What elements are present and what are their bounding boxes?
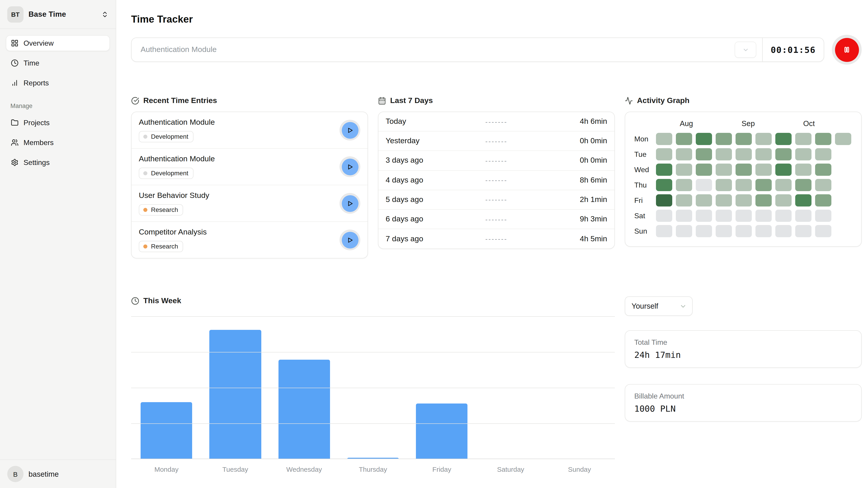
- sidebar-item-overview[interactable]: Overview: [6, 35, 110, 51]
- heatmap-cells: [656, 194, 831, 206]
- folder-icon: [11, 119, 19, 127]
- heatmap-cell: [656, 148, 672, 160]
- sidebar-item-label: Overview: [24, 39, 54, 47]
- total-time-card: Total Time 24h 17min: [625, 330, 862, 368]
- day-summary-row: Today-------4h 6min: [378, 112, 614, 131]
- heatmap-cell: [736, 225, 752, 237]
- last-7-days-section: Last 7 Days Today-------4h 6minYesterday…: [378, 96, 615, 258]
- play-icon: [346, 126, 354, 134]
- calendar-icon: [378, 97, 386, 105]
- play-icon: [346, 236, 354, 244]
- heatmap-cell: [656, 164, 672, 176]
- time-entry-row: Competitor AnalysisResearch: [131, 222, 368, 258]
- sidebar-item-label: Reports: [24, 79, 49, 87]
- heatmap-cell: [656, 210, 672, 222]
- sidebar-item-members[interactable]: Members: [6, 135, 110, 151]
- heatmap-cell: [696, 164, 712, 176]
- heatmap-cell: [656, 133, 672, 145]
- heatmap-row: Sat: [634, 210, 852, 222]
- project-badge-label: Development: [151, 133, 188, 140]
- x-axis-label: Thursday: [339, 465, 408, 473]
- day-duration: 0h 0min: [533, 156, 607, 165]
- heatmap-cells: [656, 133, 851, 145]
- heatmap-month-labels: AugSepOct: [656, 119, 852, 129]
- page-title: Time Tracker: [131, 13, 862, 25]
- gear-icon: [11, 159, 19, 166]
- weekly-bar-chart: [131, 316, 615, 459]
- heatmap-cell: [755, 210, 772, 222]
- heatmap-cell: [656, 179, 672, 191]
- play-button[interactable]: [340, 156, 360, 177]
- play-button[interactable]: [340, 193, 360, 214]
- play-button-circle: [342, 158, 358, 175]
- heatmap-cell: [835, 133, 851, 145]
- play-icon: [346, 199, 354, 207]
- heatmap-cell: [676, 194, 692, 206]
- day-label: 5 days ago: [385, 195, 460, 204]
- billable-amount-value: 1000 PLN: [634, 403, 852, 414]
- task-dropdown-button[interactable]: [735, 41, 756, 58]
- avatar: B: [7, 466, 24, 482]
- heatmap-cells: [656, 225, 831, 237]
- heatmap-cell: [696, 179, 712, 191]
- heatmap-cell: [696, 133, 712, 145]
- heatmap-cell: [716, 179, 732, 191]
- clock-icon: [11, 59, 19, 67]
- heatmap-cell: [815, 148, 831, 160]
- user-profile[interactable]: B basetime: [0, 459, 116, 488]
- play-button[interactable]: [340, 120, 360, 140]
- chart-gridline: [131, 423, 615, 424]
- heatmap-grid: MonTueWedThuFriSatSun: [634, 133, 852, 237]
- heatmap-row: Sun: [634, 225, 852, 237]
- heatmap-cell: [815, 225, 831, 237]
- task-input[interactable]: [131, 38, 735, 61]
- tracker-box: 00:01:56: [131, 37, 824, 62]
- heatmap-cell: [775, 133, 792, 145]
- chart-gridline: [131, 352, 615, 352]
- heatmap-day-label: Thu: [634, 181, 656, 189]
- project-badge-label: Research: [151, 206, 178, 213]
- workspace-avatar: BT: [7, 6, 24, 22]
- heatmap-month-label: Aug: [680, 119, 693, 128]
- stop-timer-button[interactable]: [835, 38, 859, 62]
- workspace-switcher[interactable]: BT Base Time: [0, 0, 116, 29]
- chart-gridline: [131, 316, 615, 317]
- day-duration: 4h 6min: [533, 117, 607, 126]
- heatmap-cell: [736, 164, 752, 176]
- last-7-days-header: Last 7 Days: [378, 96, 615, 105]
- day-label: 3 days ago: [385, 156, 460, 165]
- heatmap-cell: [795, 148, 811, 160]
- x-axis-label: Tuesday: [201, 465, 270, 473]
- heatmap-row: Tue: [634, 148, 852, 160]
- tracker-row: 00:01:56: [131, 35, 862, 65]
- entry-info: Authentication ModuleDevelopment: [139, 118, 215, 142]
- heatmap-cell: [676, 210, 692, 222]
- heatmap-cell: [775, 225, 792, 237]
- heatmap-cell: [775, 210, 792, 222]
- sidebar-item-label: Settings: [24, 158, 50, 166]
- project-color-dot: [143, 207, 147, 212]
- total-time-label: Total Time: [634, 338, 852, 347]
- entry-info: User Behavior StudyResearch: [139, 191, 209, 216]
- activity-graph-section: Activity Graph AugSepOct MonTueWedThuFri…: [625, 96, 862, 258]
- sidebar-item-settings[interactable]: Settings: [6, 155, 110, 170]
- x-axis-label: Monday: [132, 465, 201, 473]
- section-title: This Week: [143, 296, 181, 305]
- heatmap-cell: [716, 148, 732, 160]
- heatmap-cell: [676, 148, 692, 160]
- project-color-dot: [143, 244, 147, 248]
- project-color-dot: [143, 134, 147, 138]
- play-button[interactable]: [340, 230, 360, 250]
- sidebar-item-reports[interactable]: Reports: [6, 75, 110, 91]
- sidebar-item-projects[interactable]: Projects: [6, 115, 110, 131]
- heatmap-cell: [736, 133, 752, 145]
- heatmap-cell: [815, 194, 831, 206]
- entry-title: Competitor Analysis: [139, 228, 207, 237]
- sidebar-item-time[interactable]: Time: [6, 55, 110, 71]
- heatmap-cell: [716, 164, 732, 176]
- day-duration: 0h 0min: [533, 137, 607, 146]
- heatmap-cell: [775, 148, 792, 160]
- x-axis-label: Sunday: [545, 465, 614, 473]
- bar-tuesday: [210, 330, 261, 459]
- member-select[interactable]: Yourself: [625, 296, 692, 316]
